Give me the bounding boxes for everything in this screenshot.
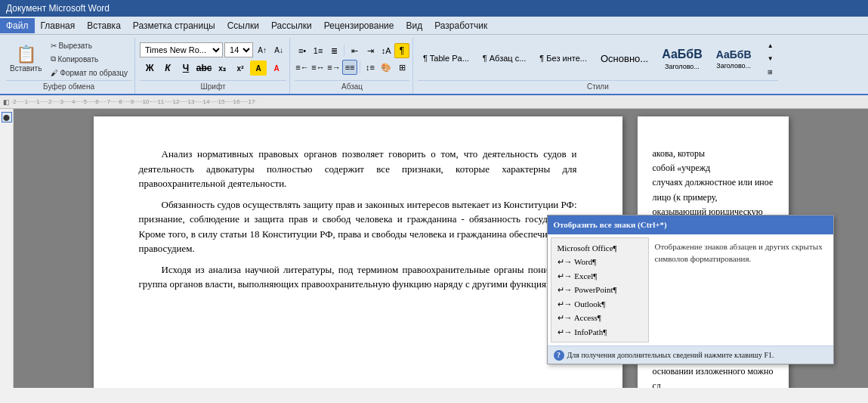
- menu-insert[interactable]: Вставка: [81, 18, 127, 33]
- tooltip-help-icon: ?: [554, 350, 564, 361]
- tooltip-box: Отобразить все знаки (Ctrl+*) Microsoft …: [547, 215, 834, 364]
- paragraph-group-content: ≡• 1≡ ≣ ⇤ ⇥ ↕A ¶ ≡← ≡↔ ≡→ ≡≡ ↕≡ 🎨: [295, 39, 409, 79]
- font-size-select[interactable]: 14: [224, 42, 253, 57]
- tooltip-help-text: Для получения дополнительных сведений на…: [567, 349, 774, 361]
- tooltip-list: Microsoft Office¶ ↵→ Word¶ ↵→ Excel¶ ↵→ …: [551, 237, 649, 343]
- font-color-button[interactable]: A: [268, 60, 285, 76]
- menu-home[interactable]: Главная: [35, 18, 82, 33]
- styles-more[interactable]: ⊞: [763, 66, 778, 79]
- align-left-button[interactable]: ≡←: [295, 60, 310, 75]
- paste-button[interactable]: 📋 Вставить: [6, 39, 45, 79]
- copy-icon: ⧉: [51, 54, 56, 64]
- style-heading2[interactable]: АаБбВ Заголово...: [711, 39, 757, 79]
- menu-developer[interactable]: Разработчик: [428, 18, 493, 33]
- borders-button[interactable]: ⊞: [394, 60, 409, 75]
- style-abzac[interactable]: ¶ Абзац с...: [477, 39, 532, 79]
- paragraph-group: ≡• 1≡ ≣ ⇤ ⇥ ↕A ¶ ≡← ≡↔ ≡→ ≡≡ ↕≡ 🎨: [292, 38, 413, 94]
- bullets-button[interactable]: ≡•: [295, 43, 310, 58]
- superscript-button[interactable]: x²: [232, 60, 249, 76]
- align-center-button[interactable]: ≡↔: [310, 60, 326, 75]
- tooltip-item-infopath: ↵→ InfoPath¶: [558, 325, 642, 339]
- style-bez-inte[interactable]: ¶ Без инте...: [534, 39, 592, 79]
- styles-scroll-btns: ▲ ▼ ⊞: [763, 39, 778, 79]
- sort-button[interactable]: ↕A: [378, 43, 394, 58]
- underline-button[interactable]: Ч: [178, 60, 194, 76]
- style-heading1[interactable]: АаБбВ Заголово...: [656, 39, 708, 79]
- document-area: ⬤ Анализ нормативных правовых органов по…: [0, 109, 868, 388]
- tooltip-header: Отобразить все знаки (Ctrl+*): [548, 215, 833, 234]
- paragraph-1: Анализ нормативных правовых органов позв…: [139, 147, 577, 191]
- ruler-left-btn[interactable]: ◧: [3, 98, 10, 106]
- cut-icon: ✂: [51, 42, 57, 50]
- ruler-content: ◧ ·2·····1·····1·····2·····3·····4·····5…: [3, 98, 865, 106]
- right-col-2: собой «учрежд: [653, 161, 774, 175]
- title-bar: Документ Microsoft Word: [0, 0, 868, 17]
- tooltip-item-word: ↵→ Word¶: [558, 255, 642, 269]
- align-row: ≡← ≡↔ ≡→ ≡≡ ↕≡ 🎨 ⊞: [295, 60, 409, 75]
- menu-references[interactable]: Ссылки: [221, 18, 265, 33]
- menu-page-layout[interactable]: Разметка страницы: [127, 18, 221, 33]
- styles-scroll-up[interactable]: ▲: [763, 39, 778, 52]
- bold-button[interactable]: Ж: [141, 60, 158, 76]
- margin-btn-1[interactable]: ⬤: [2, 112, 12, 122]
- format-painter-icon: 🖌: [51, 69, 58, 77]
- menu-view[interactable]: Вид: [400, 18, 428, 33]
- ruler: ◧ ·2·····1·····1·····2·····3·····4·····5…: [0, 95, 868, 109]
- copy-label: Копировать: [57, 55, 98, 64]
- clipboard-group-content: 📋 Вставить ✂ Вырезать ⧉ Копировать 🖌 Фор…: [6, 39, 131, 79]
- title-text: Документ Microsoft Word: [6, 3, 110, 14]
- numbering-button[interactable]: 1≡: [310, 43, 326, 58]
- style-table-pa-preview: ¶ Table Pa...: [423, 54, 469, 63]
- tooltip-item-excel: ↵→ Excel¶: [558, 269, 642, 284]
- styles-group: ¶ Table Pa... ¶ Абзац с... ¶ Без инте...…: [415, 38, 781, 94]
- copy-button[interactable]: ⧉ Копировать: [47, 53, 131, 65]
- format-painter-label: Формат по образцу: [60, 69, 128, 77]
- page-wrapper[interactable]: Анализ нормативных правовых органов позв…: [14, 109, 868, 388]
- menu-bar: Файл Главная Вставка Разметка страницы С…: [0, 17, 868, 35]
- multilevel-button[interactable]: ≣: [326, 43, 341, 58]
- menu-mailings[interactable]: Рассылки: [265, 18, 318, 33]
- show-marks-button[interactable]: ¶: [394, 43, 409, 58]
- styles-label: Стили: [418, 80, 778, 92]
- tooltip-item-outlook: ↵→ Outlook¶: [558, 297, 642, 312]
- style-table-pa[interactable]: ¶ Table Pa...: [418, 39, 474, 79]
- tooltip-list-title: Microsoft Office¶: [558, 241, 642, 256]
- cut-label: Вырезать: [58, 42, 91, 50]
- strikethrough-button[interactable]: abc: [196, 60, 212, 76]
- tooltip-item-powerpoint: ↵→ PowerPoint¶: [558, 283, 642, 297]
- font-name-select[interactable]: Times New Ro...: [140, 42, 223, 57]
- style-bez-preview: ¶ Без инте...: [539, 54, 587, 63]
- shading-button[interactable]: 🎨: [378, 60, 394, 75]
- ruler-marks: ·2·····1·····1·····2·····3·····4·····5··…: [11, 98, 257, 105]
- paste-icon: 📋: [16, 46, 36, 63]
- paragraph-label: Абзац: [295, 80, 409, 92]
- font-label: Шрифт: [140, 80, 286, 92]
- highlight-button[interactable]: A: [250, 60, 267, 76]
- left-margin: ⬤: [0, 109, 14, 388]
- subscript-button[interactable]: x₂: [214, 60, 230, 76]
- menu-file[interactable]: Файл: [0, 18, 35, 33]
- style-osnovno[interactable]: Основно...: [595, 39, 653, 79]
- line-spacing-button[interactable]: ↕≡: [363, 60, 378, 75]
- justify-button[interactable]: ≡≡: [342, 60, 357, 75]
- main-page: Анализ нормативных правовых органов позв…: [94, 116, 622, 388]
- clipboard-label: Буфер обмена: [6, 80, 131, 92]
- ribbon-content: 📋 Вставить ✂ Вырезать ⧉ Копировать 🖌 Фор…: [0, 35, 868, 94]
- paragraph-3: Исходя из анализа научной литературы, по…: [139, 262, 577, 292]
- style-heading1-preview: АаБбВ: [662, 48, 703, 61]
- decrease-font-btn[interactable]: A↓: [271, 42, 286, 57]
- format-painter-button[interactable]: 🖌 Формат по образцу: [47, 67, 131, 79]
- decrease-indent-button[interactable]: ⇤: [347, 43, 362, 58]
- right-col-1: акова, которы: [653, 147, 774, 161]
- style-heading2-label: Заголово...: [716, 62, 751, 70]
- align-right-button[interactable]: ≡→: [326, 60, 341, 75]
- tooltip-item-access: ↵→ Access¶: [558, 311, 642, 325]
- italic-button[interactable]: К: [159, 60, 176, 76]
- style-heading2-preview: АаБбВ: [716, 48, 752, 60]
- increase-font-btn[interactable]: A↑: [255, 42, 270, 57]
- right-col-3: случаях должностное или иное лицо (к при…: [653, 175, 774, 204]
- increase-indent-button[interactable]: ⇥: [363, 43, 378, 58]
- styles-scroll-down[interactable]: ▼: [763, 52, 778, 65]
- menu-review[interactable]: Рецензирование: [318, 18, 400, 33]
- cut-button[interactable]: ✂ Вырезать: [47, 39, 131, 51]
